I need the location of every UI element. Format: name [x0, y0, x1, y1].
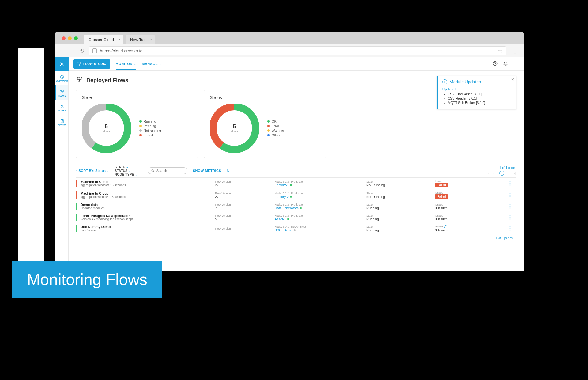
donut-chart: 5Flows — [210, 104, 259, 153]
chrome-menu-icon[interactable]: ⋮ — [510, 47, 520, 55]
show-metrics-button[interactable]: SHOW METRICS — [193, 169, 221, 173]
col-label: Node: 3.0.1 | DevAndTest — [275, 225, 366, 228]
pagination-top: 1 of 1 pages |‹ ← 1 → ›| — [488, 166, 516, 176]
maximize-window-icon[interactable] — [74, 36, 78, 40]
sidebar-item-label: NODES — [58, 109, 66, 112]
sidebar-item-overview[interactable]: OVERVIEW — [55, 71, 68, 86]
row-menu-icon[interactable]: ⋮ — [504, 215, 516, 220]
info-panel-list: CSV LineParser [3.0.0]CSV Reader [5.0.1]… — [442, 92, 512, 104]
forward-icon[interactable]: → — [69, 47, 75, 54]
table-row[interactable]: Uffe Dummy DemoFirst Version Flow Versio… — [76, 223, 516, 234]
row-menu-icon[interactable]: ⋮ — [504, 203, 516, 209]
filter-state[interactable]: STATE ⌄ — [115, 165, 138, 169]
row-menu-icon[interactable]: ⋮ — [504, 180, 516, 186]
legend-item: Not running — [139, 129, 161, 132]
flow-subtitle: First Version — [81, 229, 215, 232]
chevron-down-icon: ⌄ — [134, 62, 137, 65]
table-row[interactable]: Machine to Cloudaggregation windows 15 s… — [76, 178, 516, 189]
sidebar-item-flows[interactable]: FLOWS — [55, 86, 68, 100]
status-dot-icon — [290, 184, 292, 186]
top-nav: FLOW STUDIO MONITOR ⌄ MANAGE ⌄ ⋮ — [69, 57, 524, 71]
col-label: Node: 3.1.2 | Production — [275, 192, 366, 195]
col-label: Flow Version — [215, 180, 275, 183]
col-label: Node: 3.1.2 | Production — [275, 203, 366, 206]
nav-monitor[interactable]: MONITOR ⌄ — [116, 58, 137, 70]
refresh-icon[interactable]: ↻ — [227, 169, 229, 173]
nav-label: MANAGE — [142, 62, 158, 66]
help-icon[interactable] — [492, 61, 498, 67]
issues-text: 0 Issues — [435, 228, 447, 232]
bell-icon[interactable] — [503, 61, 508, 67]
node-name[interactable]: Factory-1 — [275, 183, 366, 187]
close-tab-icon[interactable]: × — [118, 37, 121, 42]
info-list-item: CSV Reader [5.0.1] — [448, 97, 512, 100]
col-label: Issues — [435, 191, 504, 194]
row-menu-icon[interactable]: ⋮ — [504, 192, 516, 198]
svg-point-12 — [79, 81, 80, 82]
flow-name: Machine to Cloud — [81, 192, 215, 195]
legend-item: Warning — [267, 129, 284, 132]
svg-point-2 — [63, 90, 64, 91]
col-label: State — [366, 225, 435, 228]
chevron-down-icon: ⌄ — [135, 173, 138, 176]
donut-center-value: 5 — [105, 124, 108, 130]
legend-item: OK — [267, 120, 284, 123]
page-last-icon[interactable]: ›| — [514, 171, 516, 175]
nav-manage[interactable]: MANAGE ⌄ — [142, 58, 161, 70]
filter-node-type[interactable]: NODE TYPE ⌄ — [115, 173, 138, 176]
table-toolbar: ↑ SORT BY: Status ⌄ STATE ⌄STATUS ⌄NODE … — [76, 165, 516, 176]
col-label: Issues — [435, 203, 504, 206]
table-row[interactable]: Forex Postgres Data generatorVersion 4 -… — [76, 212, 516, 223]
bookmark-star-icon[interactable]: ☆ — [498, 48, 503, 54]
node-name[interactable]: SSG_Demo — [275, 228, 366, 232]
flow-subtitle: aggregation windows 15 seconds — [81, 184, 215, 187]
page-first-icon[interactable]: |‹ — [488, 171, 490, 175]
info-panel-subtitle: Updated — [442, 87, 512, 91]
page-prev-icon[interactable]: ← — [493, 171, 496, 175]
sidebar-item-label: EVENTS — [58, 124, 66, 126]
flow-name: Demo data — [81, 203, 215, 207]
issues-text: 0 Issues — [435, 206, 447, 210]
info-icon[interactable]: i — [444, 225, 447, 228]
page-next-icon[interactable]: → — [507, 171, 511, 175]
pagination-bottom: 1 of 1 pages — [76, 234, 516, 242]
sidebar-item-nodes[interactable]: NODES — [55, 100, 68, 115]
filter-status[interactable]: STATUS ⌄ — [115, 169, 138, 173]
browser-tab-1[interactable]: Crosser Cloud × — [84, 35, 123, 44]
close-icon[interactable]: × — [511, 77, 514, 82]
browser-tab-2[interactable]: New Tab × — [126, 35, 155, 44]
legend-label: Error — [272, 124, 279, 128]
info-list-item: CSV LineParser [3.0.0] — [448, 92, 512, 96]
reload-icon[interactable]: ↻ — [80, 47, 85, 55]
state-text: Not Running — [366, 183, 435, 187]
status-badge: Failed — [435, 183, 448, 187]
flow-studio-button[interactable]: FLOW STUDIO — [74, 59, 110, 69]
flow-name: Machine to Cloud — [81, 180, 215, 184]
status-dot-icon — [290, 196, 292, 198]
close-tab-icon[interactable]: × — [150, 37, 152, 42]
url-bar[interactable]: https://cloud.crosser.io ☆ — [89, 46, 506, 55]
col-label: State — [366, 192, 435, 195]
node-name[interactable]: DataGenerators — [275, 206, 366, 210]
close-window-icon[interactable] — [62, 36, 66, 40]
back-icon[interactable]: ← — [59, 47, 65, 54]
legend-label: Warning — [272, 129, 284, 132]
search-input[interactable] — [156, 169, 184, 173]
flow-version: 27 — [215, 195, 275, 199]
col-label: Flow Version — [215, 192, 275, 195]
legend-item: Other — [267, 133, 284, 137]
app-logo[interactable] — [55, 57, 69, 71]
minimize-window-icon[interactable] — [68, 36, 72, 40]
legend-dot-icon — [267, 129, 270, 132]
node-name[interactable]: Asset-1 — [275, 217, 366, 221]
issues-text: 0 Issues — [435, 217, 447, 221]
sidebar-item-events[interactable]: EVENTS — [55, 115, 68, 130]
node-name[interactable]: Factory-2 — [275, 195, 366, 199]
nav-label: MONITOR — [116, 62, 133, 66]
row-menu-icon[interactable]: ⋮ — [504, 226, 516, 231]
sort-by[interactable]: ↑ SORT BY: Status ⌄ — [76, 169, 109, 173]
table-row[interactable]: Machine to Cloudaggregation windows 15 s… — [76, 189, 516, 201]
search-input-wrapper[interactable] — [148, 167, 187, 174]
more-icon[interactable]: ⋮ — [513, 61, 519, 67]
table-row[interactable]: Demo dataUpdated modules Flow Version7 N… — [76, 201, 516, 212]
